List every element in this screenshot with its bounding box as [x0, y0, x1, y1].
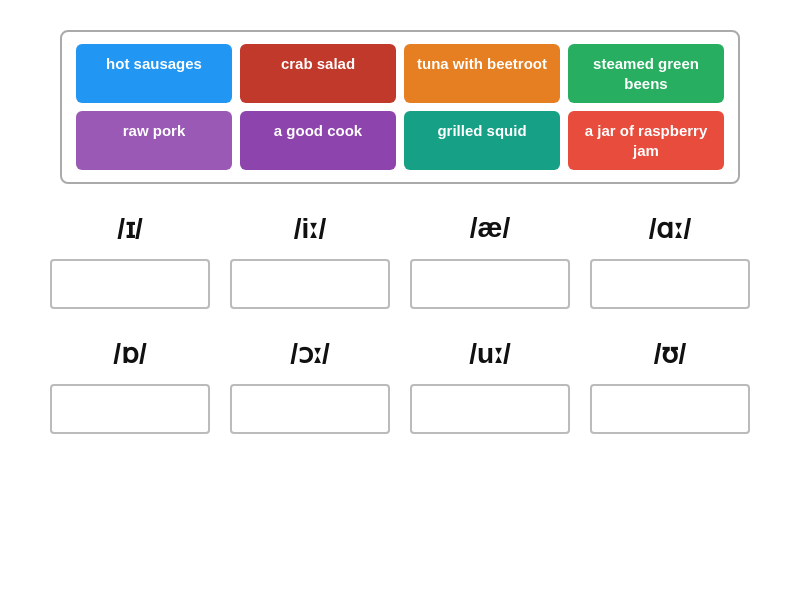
drop-box-row1-3[interactable]: [590, 259, 750, 309]
word-tile-grilled-squid[interactable]: grilled squid: [404, 111, 560, 170]
word-tile-a-good-cook[interactable]: a good cook: [240, 111, 396, 170]
word-tile-raw-pork[interactable]: raw pork: [76, 111, 232, 170]
phoneme-label-row1-0: /ɪ/: [50, 212, 210, 245]
drop-box-row1-1[interactable]: [230, 259, 390, 309]
phoneme-label-row2-3: /ʊ/: [590, 337, 750, 370]
word-tile-crab-salad[interactable]: crab salad: [240, 44, 396, 103]
drop-zones: /ɪ//iː//æ//ɑː/ /ɒ//ɔː//uː//ʊ/: [50, 212, 750, 452]
phoneme-label-row1-1: /iː/: [230, 212, 390, 245]
drop-box-row1-2[interactable]: [410, 259, 570, 309]
phoneme-label-row1-3: /ɑː/: [590, 212, 750, 245]
word-tile-steamed-beans[interactable]: steamed green beens: [568, 44, 724, 103]
phoneme-label-row-1: /ɪ//iː//æ//ɑː/: [50, 212, 750, 245]
drop-box-row2-2[interactable]: [410, 384, 570, 434]
drop-box-row2-0[interactable]: [50, 384, 210, 434]
phoneme-label-row2-2: /uː/: [410, 337, 570, 370]
phoneme-label-row-2: /ɒ//ɔː//uː//ʊ/: [50, 337, 750, 370]
phoneme-label-row1-2: /æ/: [410, 212, 570, 245]
drop-box-row-2: [50, 384, 750, 434]
word-tile-hot-sausages[interactable]: hot sausages: [76, 44, 232, 103]
word-tile-tuna-beetroot[interactable]: tuna with beetroot: [404, 44, 560, 103]
drop-box-row-1: [50, 259, 750, 309]
phoneme-label-row2-1: /ɔː/: [230, 337, 390, 370]
drop-box-row2-1[interactable]: [230, 384, 390, 434]
drop-box-row2-3[interactable]: [590, 384, 750, 434]
phoneme-label-row2-0: /ɒ/: [50, 337, 210, 370]
word-bank: hot sausagescrab saladtuna with beetroot…: [60, 30, 740, 184]
word-tile-raspberry-jam[interactable]: a jar of raspberry jam: [568, 111, 724, 170]
drop-box-row1-0[interactable]: [50, 259, 210, 309]
